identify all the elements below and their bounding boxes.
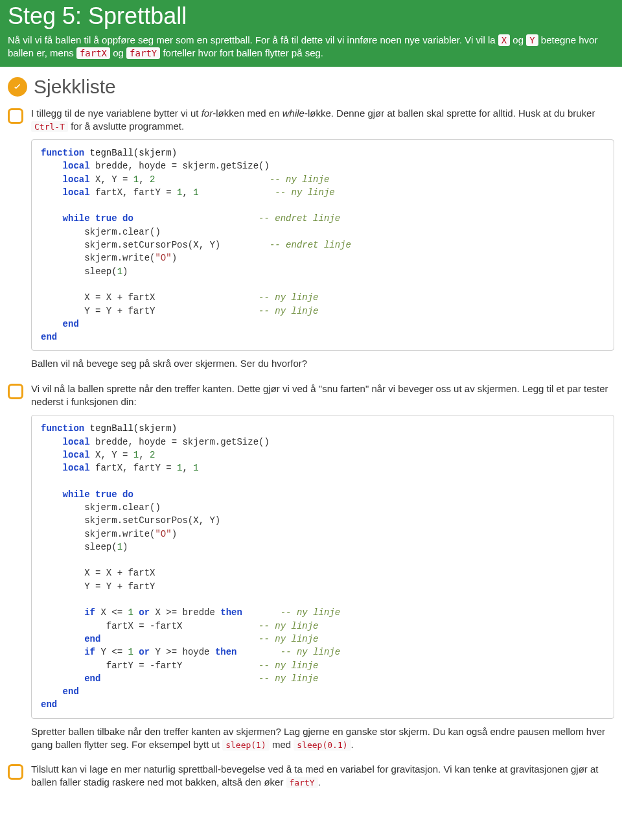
code-var-fartx: fartX <box>76 47 110 59</box>
kw: local <box>63 450 90 460</box>
kw: function <box>41 423 84 434</box>
code: X, Y = <box>90 450 133 460</box>
comment: -- ny linje <box>259 292 318 303</box>
followup-text: Spretter ballen tilbake når den treffer … <box>31 725 614 752</box>
code-farty: fartY <box>286 777 318 788</box>
kw: while <box>63 489 90 500</box>
text: . <box>351 739 354 750</box>
code: ) <box>172 529 177 539</box>
code: bredde, hoyde = skjerm.getSize() <box>90 437 270 447</box>
checkbox[interactable] <box>8 108 23 124</box>
comment: -- ny linje <box>281 607 340 618</box>
comment: -- endret linje <box>259 213 340 224</box>
kw: end <box>41 699 57 710</box>
comment: -- ny linje <box>259 673 318 684</box>
code-block-1: function tegnBall(skjerm) local bredde, … <box>31 139 614 351</box>
step-title: Steg 5: Sprettball <box>8 3 614 30</box>
num: 1 <box>128 607 133 618</box>
item-content: Tilslutt kan vi lage en mer naturlig spr… <box>31 763 614 793</box>
intro-text: forteller hvor fort ballen flytter på se… <box>160 47 323 58</box>
text: I tillegg til de nye variablene bytter v… <box>31 108 202 119</box>
kw: end <box>63 319 79 329</box>
code: fartY = -fartY <box>106 660 183 671</box>
num: 1 <box>133 174 139 185</box>
checklist-item: Tilslutt kan vi lage en mer naturlig spr… <box>0 763 622 796</box>
item-text: Tilslutt kan vi lage en mer naturlig spr… <box>31 763 614 789</box>
code: ) <box>122 542 128 552</box>
code: skjerm.write( <box>84 253 155 263</box>
italic-while: while <box>282 108 305 119</box>
code: X, Y = <box>90 174 133 185</box>
code: X = X + fartX <box>84 568 155 578</box>
num: 1 <box>193 187 198 198</box>
code: ) <box>122 266 128 277</box>
comment: -- ny linje <box>259 306 318 316</box>
code: skjerm.clear() <box>84 227 161 237</box>
text: . <box>318 776 321 788</box>
num: 1 <box>193 463 198 473</box>
intro-text: Nå vil vi få ballen til å oppføre seg me… <box>8 34 498 45</box>
checklist-heading: Sjekkliste <box>0 67 622 107</box>
checkbox[interactable] <box>8 764 23 780</box>
code: ) <box>172 253 177 263</box>
kw: end <box>84 673 100 684</box>
comment: -- ny linje <box>281 647 340 657</box>
num: 1 <box>117 542 122 552</box>
kw: or <box>139 607 150 618</box>
code: skjerm.clear() <box>84 502 161 513</box>
kw: while <box>63 213 90 224</box>
num: 2 <box>150 174 155 185</box>
checkbox[interactable] <box>8 384 23 399</box>
italic-for: for <box>202 108 213 119</box>
followup-text: Ballen vil nå bevege seg på skrå over sk… <box>31 357 614 370</box>
kw: or <box>139 647 150 657</box>
num: 2 <box>150 450 155 460</box>
text: -løkken med en <box>213 108 282 119</box>
kw: end <box>84 634 100 644</box>
item-text: I tillegg til de nye variablene bytter v… <box>31 107 614 134</box>
checklist-item: Vi vil nå la ballen sprette når den tref… <box>0 382 622 758</box>
comment: -- endret linje <box>270 240 351 250</box>
text: -løkke. Denne gjør at ballen skal sprett… <box>305 108 595 119</box>
code: Y = Y + fartY <box>84 581 155 592</box>
str: "O" <box>155 253 171 263</box>
kw: then <box>220 607 242 618</box>
kw: do <box>122 489 133 500</box>
num: 1 <box>128 647 133 657</box>
code: , <box>139 450 150 460</box>
comment: -- ny linje <box>259 621 318 631</box>
fn: tegnBall(skjerm) <box>84 423 177 434</box>
kw: local <box>63 161 90 171</box>
kw: if <box>84 647 95 657</box>
code: fartX = -fartX <box>106 621 183 631</box>
code-var-x: X <box>498 34 510 46</box>
code: X <= <box>95 607 128 618</box>
item-text: Vi vil nå la ballen sprette når den tref… <box>31 382 614 409</box>
kw: local <box>63 187 90 198</box>
intro-text: og <box>110 47 126 58</box>
step-header: Steg 5: Sprettball Nå vil vi få ballen t… <box>0 0 622 67</box>
kw: true <box>95 213 117 224</box>
kw: end <box>63 686 79 697</box>
code: sleep( <box>84 266 117 277</box>
comment: -- ny linje <box>259 660 318 671</box>
kw: function <box>41 148 84 158</box>
num: 1 <box>117 266 122 277</box>
kw: local <box>63 437 90 447</box>
code: skjerm.write( <box>84 529 155 539</box>
checklist-item: I tillegg til de nye variablene bytter v… <box>0 107 622 377</box>
kw: if <box>84 607 95 618</box>
intro-text: og <box>510 34 526 45</box>
item-content: Vi vil nå la ballen sprette når den tref… <box>31 382 614 756</box>
kw: then <box>215 647 237 657</box>
comment: -- ny linje <box>270 174 329 185</box>
kw: true <box>95 489 117 500</box>
num: 1 <box>133 450 139 460</box>
code: Y = Y + fartY <box>84 306 155 316</box>
code-sleep01: sleep(0.1) <box>294 740 351 751</box>
code: Y <= <box>95 647 128 657</box>
kw: do <box>122 213 133 224</box>
code-var-farty: fartY <box>126 47 160 59</box>
code-sleep1: sleep(1) <box>222 740 270 751</box>
text: for å avslutte programmet. <box>68 121 184 132</box>
